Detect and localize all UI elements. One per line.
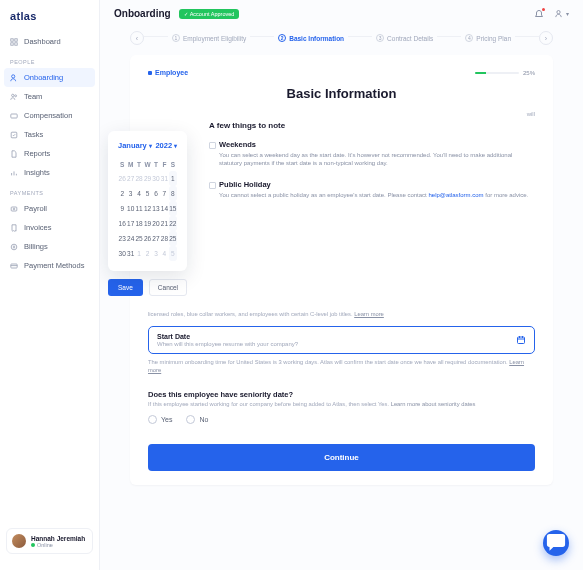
calendar-popover: January ▾ 2022 ▾ SMTWTFS 262728293031123… bbox=[108, 131, 187, 271]
calendar-day[interactable]: 21 bbox=[160, 216, 168, 231]
page-title: Onboarding bbox=[114, 8, 171, 19]
step-4[interactable]: 4Pricing Plan bbox=[461, 34, 515, 42]
nav-label: Billings bbox=[24, 242, 48, 251]
nav-tasks[interactable]: Tasks bbox=[0, 125, 99, 144]
calendar-day[interactable]: 9 bbox=[118, 201, 126, 216]
step-3[interactable]: 3Contract Details bbox=[372, 34, 437, 42]
calendar-day[interactable]: 3 bbox=[126, 186, 134, 201]
dow: T bbox=[135, 158, 143, 171]
nav-payroll[interactable]: Payroll bbox=[0, 199, 99, 218]
start-date-sub: When will this employee resume with your… bbox=[157, 341, 298, 347]
nav-insights[interactable]: Insights bbox=[0, 163, 99, 182]
seniority-question: Does this employee have seniority date? bbox=[148, 390, 535, 399]
calendar-day[interactable]: 4 bbox=[160, 246, 168, 261]
start-date-field[interactable]: Start Date When will this employee resum… bbox=[148, 326, 535, 354]
calendar-day[interactable]: 31 bbox=[160, 171, 168, 186]
nav-label: Insights bbox=[24, 168, 50, 177]
calendar-day[interactable]: 12 bbox=[143, 201, 151, 216]
calendar-day[interactable]: 17 bbox=[126, 216, 134, 231]
nav-team[interactable]: Team bbox=[0, 87, 99, 106]
nav-onboarding[interactable]: Onboarding bbox=[4, 68, 95, 87]
nav-payment-methods[interactable]: Payment Methods bbox=[0, 256, 99, 275]
nav-billings[interactable]: Billings bbox=[0, 237, 99, 256]
notes-title: A few things to note bbox=[209, 121, 535, 130]
calendar-day[interactable]: 24 bbox=[126, 231, 134, 246]
calendar-day[interactable]: 18 bbox=[135, 216, 143, 231]
calendar-day[interactable]: 5 bbox=[143, 186, 151, 201]
nav-label: Payroll bbox=[24, 204, 47, 213]
help-email-link[interactable]: help@atlasform.com bbox=[428, 192, 483, 198]
calendar-day[interactable]: 31 bbox=[126, 246, 134, 261]
nav-compensation[interactable]: Compensation bbox=[0, 106, 99, 125]
progress: 25% bbox=[475, 70, 535, 76]
calendar-day[interactable]: 22 bbox=[169, 216, 177, 231]
calendar-day[interactable]: 2 bbox=[143, 246, 151, 261]
calendar-year[interactable]: 2022 ▾ bbox=[155, 141, 177, 150]
svg-point-5 bbox=[12, 94, 14, 96]
calendar-day[interactable]: 4 bbox=[135, 186, 143, 201]
calendar-day[interactable]: 30 bbox=[152, 171, 160, 186]
calendar-day[interactable]: 5 bbox=[169, 246, 177, 261]
calendar-cancel-button[interactable]: Cancel bbox=[149, 279, 187, 296]
calendar-save-button[interactable]: Save bbox=[108, 279, 143, 296]
calendar-day[interactable]: 1 bbox=[169, 171, 177, 186]
calendar-day[interactable]: 23 bbox=[118, 231, 126, 246]
calendar-day[interactable]: 7 bbox=[160, 186, 168, 201]
check-square-icon bbox=[10, 131, 18, 139]
calendar-month[interactable]: January ▾ bbox=[118, 141, 152, 150]
nav-label: Team bbox=[24, 92, 42, 101]
profile-menu[interactable]: ▾ bbox=[554, 9, 569, 18]
nav-label: Compensation bbox=[24, 111, 72, 120]
notifications-icon[interactable] bbox=[534, 9, 544, 19]
step-1[interactable]: 1Employment Eligibility bbox=[168, 34, 250, 42]
nav-label: Reports bbox=[24, 149, 50, 158]
radio-yes[interactable]: Yes bbox=[148, 415, 172, 424]
main: Onboarding Account Approved ▾ ‹ 1Employm… bbox=[100, 0, 583, 570]
calendar-day[interactable]: 27 bbox=[152, 231, 160, 246]
calendar-day[interactable]: 30 bbox=[118, 246, 126, 261]
nav-reports[interactable]: Reports bbox=[0, 144, 99, 163]
calendar-day[interactable]: 26 bbox=[143, 231, 151, 246]
section-payments: PAYMENTS bbox=[0, 182, 99, 199]
radio-no[interactable]: No bbox=[186, 415, 208, 424]
seniority-link[interactable]: Learn more about seniority dates bbox=[391, 401, 476, 407]
employee-chip: Employee bbox=[148, 69, 188, 76]
calendar-day[interactable]: 26 bbox=[118, 171, 126, 186]
chevron-down-icon: ▾ bbox=[149, 142, 152, 149]
calendar-day[interactable]: 11 bbox=[135, 201, 143, 216]
calendar-day[interactable]: 25 bbox=[169, 231, 177, 246]
continue-button[interactable]: Continue bbox=[148, 444, 535, 471]
calendar-day[interactable]: 8 bbox=[169, 186, 177, 201]
step-next[interactable]: › bbox=[539, 31, 553, 45]
calendar-day[interactable]: 3 bbox=[152, 246, 160, 261]
calendar-icon bbox=[516, 335, 526, 345]
calendar-day[interactable]: 2 bbox=[118, 186, 126, 201]
calendar-day[interactable]: 14 bbox=[160, 201, 168, 216]
calendar-day[interactable]: 1 bbox=[135, 246, 143, 261]
calendar-day[interactable]: 6 bbox=[152, 186, 160, 201]
calendar-day[interactable]: 27 bbox=[126, 171, 134, 186]
calendar-day[interactable]: 16 bbox=[118, 216, 126, 231]
step-prev[interactable]: ‹ bbox=[130, 31, 144, 45]
calendar-day[interactable]: 15 bbox=[169, 201, 177, 216]
calendar-day[interactable]: 10 bbox=[126, 201, 134, 216]
progress-pct: 25% bbox=[523, 70, 535, 76]
calendar-day[interactable]: 28 bbox=[160, 231, 168, 246]
calendar-day[interactable]: 28 bbox=[135, 171, 143, 186]
svg-rect-3 bbox=[15, 42, 17, 44]
calendar-day[interactable]: 25 bbox=[135, 231, 143, 246]
chat-fab[interactable] bbox=[543, 530, 569, 556]
calendar-day[interactable]: 19 bbox=[143, 216, 151, 231]
step-2[interactable]: 2Basic Information bbox=[274, 34, 348, 42]
nav-invoices[interactable]: Invoices bbox=[0, 218, 99, 237]
calendar-day[interactable]: 13 bbox=[152, 201, 160, 216]
calendar-day[interactable]: 29 bbox=[143, 171, 151, 186]
avatar bbox=[12, 534, 26, 548]
user-card[interactable]: Hannah Jeremiah Online bbox=[6, 528, 93, 554]
nav-dashboard[interactable]: Dashboard bbox=[0, 32, 99, 51]
svg-point-13 bbox=[557, 11, 560, 14]
calendar-day[interactable]: 20 bbox=[152, 216, 160, 231]
section-people: PEOPLE bbox=[0, 51, 99, 68]
hint-link[interactable]: Learn more bbox=[354, 311, 384, 317]
nav-label: Tasks bbox=[24, 130, 43, 139]
